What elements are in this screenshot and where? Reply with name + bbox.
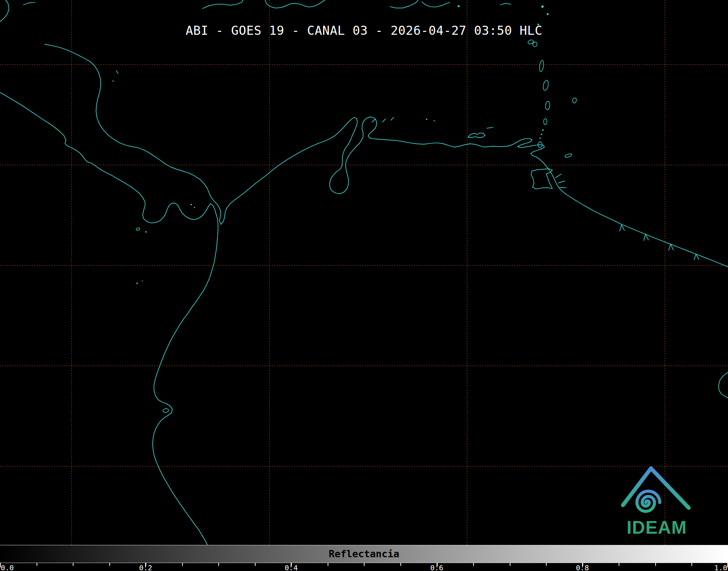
guyana-river-mouths xyxy=(620,225,699,260)
ideam-logo-icon xyxy=(619,459,694,517)
goes-satellite-image-viewer: ABI - GOES 19 - CANAL 03 - 2026-04-27 03… xyxy=(0,0,728,571)
islands-venezuela xyxy=(372,117,493,138)
colorbar-tick-label: 0.0 xyxy=(1,564,14,571)
colorbar-label: Reflectancia xyxy=(0,548,728,559)
islands-pacific xyxy=(136,204,195,413)
coastline-hispaniola-east xyxy=(265,0,325,8)
island-vieques xyxy=(458,5,459,7)
coastline-amazon-fragment xyxy=(719,373,728,398)
colorbar: Reflectancia xyxy=(0,545,728,563)
image-title: ABI - GOES 19 - CANAL 03 - 2026-04-27 03… xyxy=(0,23,728,38)
coastline-topleft-fragment xyxy=(0,0,9,22)
colorbar-minor-ticks xyxy=(0,563,728,566)
colorbar-tick-label: 0.4 xyxy=(285,564,298,571)
coastline-puertorico-east xyxy=(422,2,450,7)
island-trinidad xyxy=(531,169,552,189)
coastline-hispaniola-west xyxy=(202,0,243,8)
island-stcroix xyxy=(501,3,511,5)
coastline-puertorico-west xyxy=(390,0,418,8)
ideam-logo: IDEAM xyxy=(618,459,696,537)
coastline-pacific xyxy=(0,92,218,545)
colorbar-tick-label: 0.2 xyxy=(139,564,152,571)
islands-san-andres xyxy=(112,71,118,81)
coastline-caribbean-southamerica xyxy=(45,44,728,266)
colorbar-tick-label: 1.0 xyxy=(714,564,727,571)
ideam-logo-text: IDEAM xyxy=(618,518,696,537)
colorbar-tick-label: 0.8 xyxy=(576,564,589,571)
colorbar-axis: 0.0 0.2 0.4 0.6 0.8 1.0 xyxy=(0,563,728,571)
logo-spiral xyxy=(637,491,660,511)
colorbar-tick-label: 0.6 xyxy=(430,564,443,571)
coastline-jamaica-fragment xyxy=(24,3,35,5)
